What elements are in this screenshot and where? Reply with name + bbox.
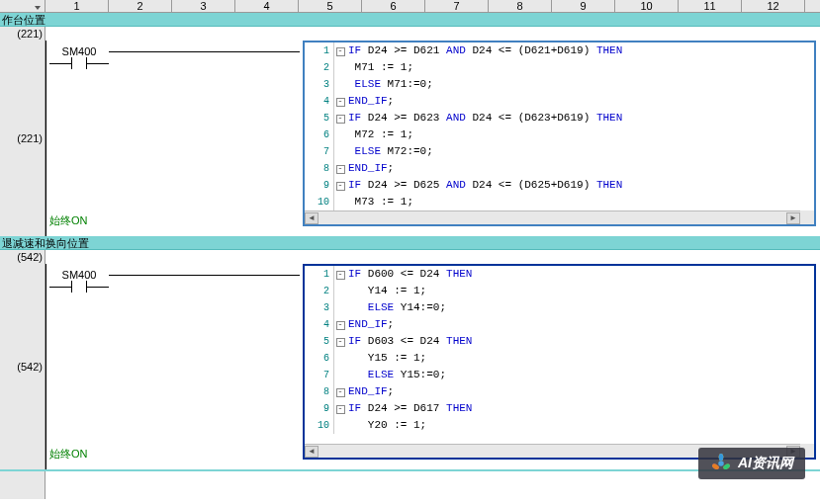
- section-header-2[interactable]: 退减速和换向位置: [0, 236, 820, 250]
- code-line[interactable]: 7 ELSE Y15:=0;: [305, 367, 800, 383]
- code-text[interactable]: IF D600 <= D24 THEN: [346, 266, 472, 283]
- code-line[interactable]: 5-IF D603 <= D24 THEN: [305, 333, 800, 350]
- code-line[interactable]: 1-IF D600 <= D24 THEN: [305, 266, 800, 283]
- line-number: 9: [305, 177, 334, 194]
- code-line[interactable]: 2 Y14 := 1;: [305, 283, 800, 299]
- line-number: 4: [305, 316, 334, 333]
- fold-gutter[interactable]: -: [334, 177, 346, 194]
- column-header-cell[interactable]: 3: [172, 0, 235, 12]
- column-header-cell[interactable]: 12: [742, 0, 805, 12]
- column-header-cell[interactable]: 9: [552, 0, 615, 12]
- fold-minus-icon[interactable]: -: [336, 98, 345, 107]
- code-line[interactable]: 8-END_IF;: [305, 383, 800, 400]
- code-text[interactable]: M72 := 1;: [346, 126, 413, 143]
- code-line[interactable]: 7 ELSE M72:=0;: [305, 143, 800, 160]
- line-number: 1: [305, 266, 334, 283]
- code-text[interactable]: ELSE Y14:=0;: [346, 299, 446, 316]
- column-header-cell[interactable]: 8: [489, 0, 552, 12]
- column-header-cell[interactable]: 10: [615, 0, 679, 12]
- fold-gutter[interactable]: -: [334, 400, 346, 417]
- column-header-cell[interactable]: 2: [109, 0, 172, 12]
- line-number: 1: [305, 42, 334, 59]
- code-text[interactable]: END_IF;: [346, 383, 394, 400]
- scroll-corner: [800, 210, 814, 224]
- code-text[interactable]: IF D603 <= D24 THEN: [346, 333, 472, 350]
- code-text[interactable]: Y20 := 1;: [346, 417, 426, 434]
- left-rail: [46, 41, 46, 236]
- code-text[interactable]: END_IF;: [346, 316, 394, 333]
- contact[interactable]: SM400: [49, 45, 109, 69]
- st-code-box-1[interactable]: 1-IF D24 >= D621 AND D24 <= (D621+D619) …: [303, 41, 816, 226]
- column-header-cell[interactable]: 1: [46, 0, 109, 12]
- code-line[interactable]: 4-END_IF;: [305, 93, 800, 110]
- code-line[interactable]: 9-IF D24 >= D617 THEN: [305, 400, 800, 417]
- code-line[interactable]: 3 ELSE Y14:=0;: [305, 299, 800, 316]
- column-header-cell[interactable]: 5: [299, 0, 362, 12]
- fold-gutter[interactable]: -: [334, 316, 346, 333]
- code-line[interactable]: 1-IF D24 >= D621 AND D24 <= (D621+D619) …: [305, 42, 800, 59]
- code-line[interactable]: 8-END_IF;: [305, 160, 800, 177]
- fold-gutter[interactable]: -: [334, 160, 346, 177]
- code-line[interactable]: 9-IF D24 >= D625 AND D24 <= (D625+D619) …: [305, 177, 800, 194]
- column-header-cell[interactable]: 11: [679, 0, 742, 12]
- code-text[interactable]: END_IF;: [346, 93, 394, 110]
- code-line[interactable]: 10 Y20 := 1;: [305, 417, 800, 434]
- fold-gutter[interactable]: -: [334, 266, 346, 283]
- section-header-1[interactable]: 作台位置: [0, 13, 820, 27]
- fold-minus-icon[interactable]: -: [336, 115, 345, 124]
- fold-minus-icon[interactable]: -: [336, 182, 345, 191]
- code-line[interactable]: 3 ELSE M71:=0;: [305, 76, 800, 93]
- code-text[interactable]: M73 := 1;: [346, 194, 413, 210]
- line-number: 6: [305, 126, 334, 143]
- code-line[interactable]: 4-END_IF;: [305, 316, 800, 333]
- fold-minus-icon[interactable]: -: [336, 165, 345, 174]
- code-text[interactable]: ELSE Y15:=0;: [346, 367, 446, 383]
- line-number: 2: [305, 283, 334, 299]
- fold-gutter[interactable]: -: [334, 42, 346, 59]
- code-text[interactable]: ELSE M71:=0;: [346, 76, 433, 93]
- code-text[interactable]: IF D24 >= D625 AND D24 <= (D625+D619) TH…: [346, 177, 622, 194]
- contact-symbol: [49, 57, 109, 69]
- column-header-cell[interactable]: 6: [362, 0, 425, 12]
- fold-gutter[interactable]: -: [334, 333, 346, 350]
- fold-minus-icon[interactable]: -: [336, 47, 345, 56]
- fold-minus-icon[interactable]: -: [336, 338, 345, 347]
- line-number: 5: [305, 110, 334, 126]
- scroll-track[interactable]: [319, 212, 786, 224]
- contact[interactable]: SM400: [49, 269, 109, 293]
- st-code-box-2[interactable]: 1-IF D600 <= D24 THEN2 Y14 := 1;3 ELSE Y…: [303, 264, 816, 460]
- fold-gutter: [334, 194, 346, 210]
- code-text[interactable]: Y14 := 1;: [346, 283, 426, 299]
- code-text[interactable]: IF D24 >= D623 AND D24 <= (D623+D619) TH…: [346, 110, 622, 126]
- fold-gutter[interactable]: -: [334, 110, 346, 126]
- contact-symbol: [49, 281, 109, 293]
- corner-cell[interactable]: [0, 0, 46, 12]
- code-line[interactable]: 10 M73 := 1;: [305, 194, 800, 210]
- code-text[interactable]: Y15 := 1;: [346, 350, 426, 367]
- fold-minus-icon[interactable]: -: [336, 321, 345, 330]
- fold-minus-icon[interactable]: -: [336, 271, 345, 280]
- column-header-cell[interactable]: 7: [425, 0, 489, 12]
- column-header-cell[interactable]: 4: [235, 0, 299, 12]
- scroll-left-icon[interactable]: ◄: [305, 446, 319, 458]
- scroll-right-icon[interactable]: ►: [786, 212, 800, 224]
- code-text[interactable]: END_IF;: [346, 160, 394, 177]
- code-text[interactable]: IF D24 >= D617 THEN: [346, 400, 472, 417]
- wire: [109, 51, 300, 52]
- horizontal-scrollbar[interactable]: ◄ ►: [305, 210, 800, 224]
- code-line[interactable]: 6 M72 := 1;: [305, 126, 800, 143]
- fold-gutter[interactable]: -: [334, 383, 346, 400]
- fold-gutter[interactable]: -: [334, 93, 346, 110]
- code-text[interactable]: ELSE M72:=0;: [346, 143, 433, 160]
- fold-minus-icon[interactable]: -: [336, 388, 345, 397]
- code-text[interactable]: M71 := 1;: [346, 59, 413, 76]
- svg-point-4: [719, 454, 724, 461]
- scroll-left-icon[interactable]: ◄: [305, 212, 319, 224]
- always-on-label: 始终ON: [49, 447, 88, 462]
- left-rail: [46, 264, 46, 469]
- code-line[interactable]: 5-IF D24 >= D623 AND D24 <= (D623+D619) …: [305, 110, 800, 126]
- code-text[interactable]: IF D24 >= D621 AND D24 <= (D621+D619) TH…: [346, 42, 622, 59]
- fold-minus-icon[interactable]: -: [336, 405, 345, 414]
- code-line[interactable]: 2 M71 := 1;: [305, 59, 800, 76]
- code-line[interactable]: 6 Y15 := 1;: [305, 350, 800, 367]
